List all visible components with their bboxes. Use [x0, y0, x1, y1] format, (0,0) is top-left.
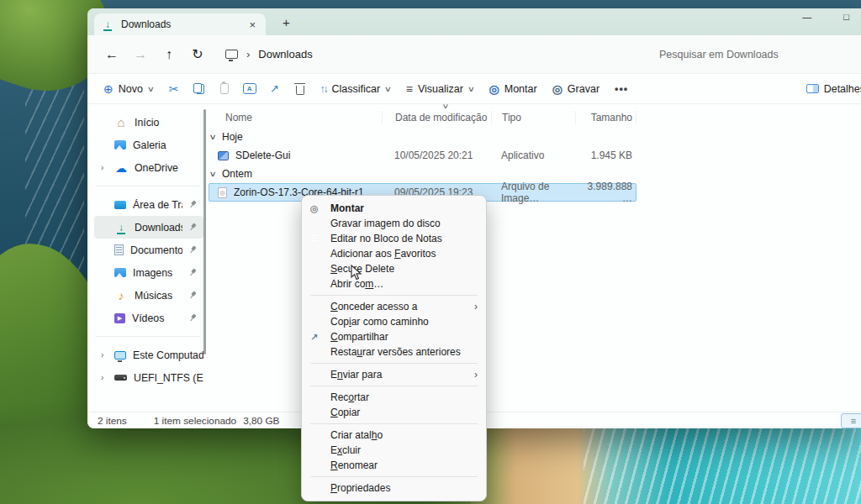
expander-icon[interactable]: › — [101, 350, 108, 360]
column-header-3[interactable]: Tipo — [492, 111, 576, 124]
disc-icon: ◎ — [310, 203, 330, 214]
minimize-button[interactable]: — — [797, 10, 816, 24]
file-size-cell: 3.989.888 … — [575, 181, 636, 204]
menu-item-label: Restaurar versões anteriores — [330, 346, 478, 358]
sidebar-item-videos[interactable]: ▶Vídeos — [94, 307, 203, 329]
details-view-toggle[interactable]: ≡ — [841, 413, 861, 428]
file-row[interactable]: SDelete-Gui10/05/2025 20:21Aplicativo1.9… — [209, 146, 637, 165]
paste-button[interactable] — [212, 77, 237, 101]
tab-close-icon[interactable]: × — [246, 18, 259, 31]
delete-button[interactable] — [288, 77, 313, 101]
sort-caret-icon: ∨ — [442, 102, 450, 110]
expander-icon[interactable]: › — [101, 373, 108, 382]
list-lines-icon: ≡ — [406, 82, 413, 96]
menu-item[interactable]: Excluir — [305, 443, 483, 458]
view-button[interactable]: ≡ Visualizar ∨ — [399, 77, 482, 101]
menu-item-label: Conceder acesso a — [330, 301, 474, 312]
column-header-2[interactable]: Data de modificação∨ — [383, 111, 492, 124]
file-name-cell: SDelete-Gui — [209, 150, 382, 161]
details-label: Detalhes — [824, 83, 861, 95]
chevron-down-icon: ∨ — [384, 85, 392, 93]
gallery-icon — [114, 140, 126, 150]
expander-icon[interactable]: › — [101, 163, 108, 172]
forward-button[interactable]: → — [126, 47, 155, 62]
cut-button[interactable]: ✂ — [161, 77, 187, 101]
rename-button[interactable]: A — [237, 77, 262, 101]
this-pc-icon — [225, 50, 238, 59]
sidebar-item-label: Imagens — [133, 267, 182, 279]
download-icon: ↓ — [101, 18, 114, 31]
sidebar-item-este-computador[interactable]: ›Este Computador — [94, 344, 203, 366]
selection-size: 3,80 GB — [243, 415, 279, 427]
sidebar-item-label: UEFI_NTFS (E:) — [134, 372, 203, 384]
menu-item[interactable]: Renomear — [305, 458, 483, 473]
items-count: 2 itens — [98, 415, 127, 427]
menu-item-label: Copiar — [330, 407, 478, 418]
search-input[interactable] — [659, 44, 819, 66]
explorer-tab-downloads[interactable]: ↓ Downloads × — [94, 13, 266, 35]
menu-item-label: Renomear — [330, 459, 478, 471]
submenu-arrow-icon: › — [474, 301, 478, 312]
sort-button[interactable]: ↑↓ Classificar ∨ — [313, 77, 399, 101]
pin-icon — [188, 199, 198, 210]
menu-item[interactable]: Conceder acesso a› — [305, 299, 483, 314]
group-header[interactable]: ∨Hoje — [209, 128, 861, 146]
mount-button[interactable]: ◎ Montar — [482, 77, 545, 101]
sidebar-item-musicas[interactable]: ♪Músicas — [94, 284, 203, 307]
column-header-1[interactable]: Nome — [209, 111, 383, 124]
sidebar-item-label: OneDrive — [135, 162, 203, 174]
search-box — [659, 44, 819, 66]
menu-item[interactable]: Recortar — [305, 390, 483, 405]
menu-item[interactable]: Abrir com… — [305, 276, 483, 291]
sidebar-item-inicio[interactable]: ⌂Início — [94, 111, 203, 134]
sidebar-item-imagens[interactable]: Imagens — [94, 261, 203, 284]
file-type-icon — [218, 151, 229, 160]
new-button[interactable]: ⊕ Novo ∨ — [96, 77, 161, 101]
menu-item[interactable]: Enviar para› — [305, 367, 483, 382]
burn-button[interactable]: ◎ Gravar — [545, 77, 607, 101]
copy-button[interactable] — [187, 77, 212, 101]
menu-item[interactable]: Restaurar versões anteriores — [305, 344, 483, 360]
breadcrumb-location[interactable]: Downloads — [258, 48, 312, 60]
maximize-button[interactable]: □ — [838, 10, 854, 24]
home-icon: ⌂ — [114, 116, 128, 129]
rename-icon: A — [243, 83, 256, 94]
menu-item[interactable]: Copiar — [305, 405, 483, 420]
sidebar-scrollbar[interactable] — [203, 109, 206, 354]
menu-item[interactable]: Secure Delete — [305, 261, 483, 276]
details-pane-button[interactable]: Detalhes — [799, 77, 861, 101]
menu-item[interactable]: ↗Compartilhar — [305, 329, 483, 344]
menu-item[interactable]: Editar no Bloco de Notas — [305, 231, 483, 246]
menu-item-label: Compartilhar — [330, 331, 478, 343]
breadcrumb: › Downloads — [225, 48, 313, 60]
sidebar-item-documentos[interactable]: Documentos — [94, 239, 203, 261]
back-button[interactable]: ← — [98, 47, 126, 62]
column-header-4[interactable]: Tamanho — [576, 111, 637, 124]
navigation-bar: ← → ↑ ↻ › Downloads — [87, 35, 861, 74]
sidebar-item-galeria[interactable]: Galeria — [94, 134, 203, 156]
sidebar-item-onedrive[interactable]: ›☁OneDrive — [94, 156, 203, 179]
menu-divider — [310, 476, 478, 477]
cloud-icon: ☁ — [114, 161, 128, 175]
more-options-button[interactable]: ••• — [607, 77, 636, 101]
column-headers: NomeData de modificação∨TipoTamanho — [209, 108, 861, 128]
up-button[interactable]: ↑ — [155, 47, 183, 62]
menu-item[interactable]: Criar atalho — [305, 428, 483, 443]
menu-item[interactable]: Propriedades — [305, 480, 483, 496]
refresh-button[interactable]: ↻ — [183, 46, 212, 62]
pin-icon — [188, 267, 198, 278]
menu-item-label: Criar atalho — [330, 429, 478, 441]
menu-item[interactable]: Gravar imagem do disco — [305, 216, 483, 231]
menu-item[interactable]: ◎Montar — [305, 201, 483, 216]
sidebar-item-area-de-trabalho[interactable]: Área de Trab — [94, 193, 203, 216]
ellipsis-icon: ••• — [615, 83, 628, 95]
sidebar-item-downloads[interactable]: ↓Downloads — [94, 216, 203, 239]
view-label: Visualizar — [418, 83, 463, 95]
paste-icon — [220, 83, 229, 94]
burn-disc-icon: ◎ — [552, 82, 563, 96]
new-tab-button[interactable]: + — [283, 15, 290, 29]
menu-item[interactable]: Adicionar aos Favoritos — [305, 246, 483, 261]
menu-item[interactable]: Copiar como caminho — [305, 314, 483, 329]
sidebar-item-uefi-ntfs[interactable]: ›UEFI_NTFS (E:) — [94, 366, 203, 389]
share-button[interactable]: ↗ — [262, 77, 288, 101]
